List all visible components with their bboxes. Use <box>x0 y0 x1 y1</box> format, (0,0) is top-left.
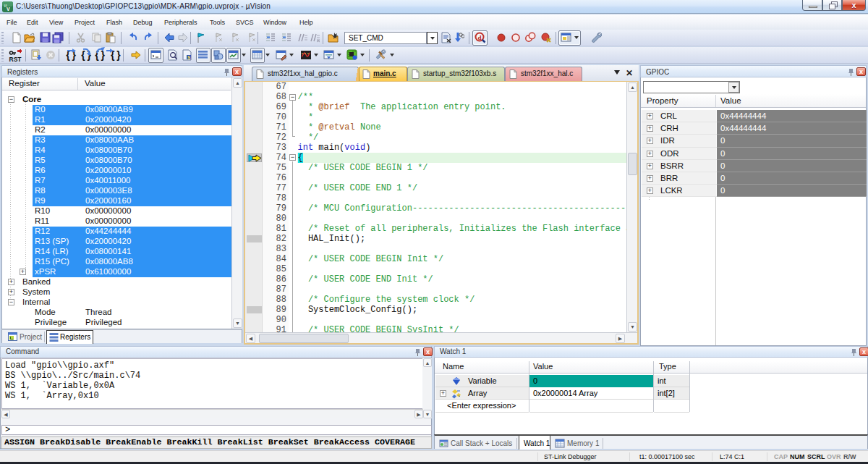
svg-text:RST: RST <box>9 56 22 63</box>
svg-text:d: d <box>478 34 482 41</box>
svg-text:S: S <box>187 55 191 60</box>
svg-text:V: V <box>7 7 10 12</box>
